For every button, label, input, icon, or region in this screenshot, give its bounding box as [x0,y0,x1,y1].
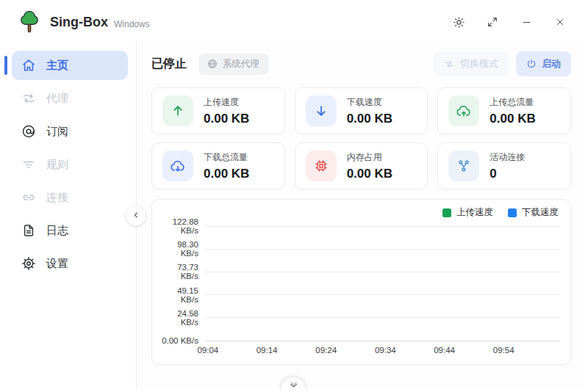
stat-card-total-upload: 上传总流量 0.00 KB [437,87,571,134]
stat-card-upload-speed: 上传速度 0.00 KB [151,87,285,134]
at-sign-icon [21,124,36,139]
theme-toggle-button[interactable] [442,10,476,34]
sidebar-item-logs[interactable]: 日志 [12,216,128,245]
x-axis-tick: 09:34 [375,346,396,355]
stat-value: 0.00 KB [347,167,392,181]
sun-icon [453,16,465,29]
sidebar: 主页 代理 订阅 [2,40,137,389]
stat-value: 0.00 KB [204,112,249,126]
sidebar-item-label: 订阅 [46,125,68,139]
filter-lines-icon [21,157,36,172]
y-axis-tick: 98.30 KB/s [158,240,205,258]
gridline-row: 98.30 KB/s [158,240,560,258]
stat-value: 0.00 KB [347,112,392,126]
fullscreen-button[interactable] [476,10,509,34]
y-axis-tick: 122.88 KB/s [158,217,205,235]
y-axis-tick: 49.15 KB/s [158,286,205,304]
power-icon [526,59,537,69]
cloud-download-icon [162,150,193,181]
stat-label: 活动连接 [490,151,525,164]
swap-arrows-icon [444,59,455,70]
window-controls [442,10,577,34]
gridline-row: 73.73 KB/s [158,263,560,280]
stat-label: 下载速度 [347,96,392,109]
network-branch-icon [448,150,479,181]
stat-label: 上传总流量 [490,96,535,109]
gridline [205,226,560,227]
close-icon [555,17,565,27]
switch-mode-label: 切换模式 [460,57,498,70]
globe-icon [207,59,218,69]
x-axis-tick: 09:14 [257,346,278,355]
app-body: 主页 代理 订阅 [2,40,584,389]
close-button[interactable] [543,10,577,34]
chevron-down-icon [289,380,298,389]
stat-card-download-speed: 下载速度 0.00 KB [295,87,429,134]
gridline [205,294,560,295]
titlebar: Sing-Box Windows [2,4,584,40]
sidebar-item-rules[interactable]: 规则 [12,150,128,179]
x-axis-tick: 09:44 [434,346,455,355]
gridline-row: 24.58 KB/s [158,309,560,327]
minimize-button[interactable] [509,10,543,34]
system-proxy-label: 系统代理 [223,58,259,70]
start-button[interactable]: 启动 [516,51,571,76]
sidebar-collapse-button[interactable] [126,206,146,225]
sidebar-item-label: 连接 [46,191,68,205]
app-subtitle: Windows [114,19,150,29]
upload-legend-swatch [442,208,451,217]
sidebar-item-label: 主页 [46,59,68,73]
gridline-row: 49.15 KB/s [158,286,560,304]
stat-value: 0 [490,167,525,181]
sidebar-item-home[interactable]: 主页 [12,51,128,80]
sidebar-item-connections[interactable]: 连接 [12,183,128,212]
home-icon [21,58,36,73]
x-axis-tick: 09:54 [493,346,514,355]
sidebar-item-label: 规则 [46,158,68,172]
swap-arrows-icon [21,91,36,106]
switch-mode-button[interactable]: 切换模式 [434,51,509,76]
sidebar-item-settings[interactable]: 设置 [12,249,128,278]
x-axis-tick: 09:04 [197,346,218,355]
y-axis-tick: 24.58 KB/s [158,309,205,327]
expand-icon [487,16,498,28]
sidebar-item-label: 日志 [46,224,68,238]
x-axis: 09:04 09:14 09:24 09:34 09:44 09:54 [205,341,560,360]
gridline [205,317,560,318]
sidebar-item-proxy[interactable]: 代理 [12,84,128,113]
app-window: Sing-Box Windows [2,4,584,389]
traffic-chart: 上传速度 下载速度 122.88 KB/s 98.30 KB/s [151,199,571,365]
chart-plot-area: 122.88 KB/s 98.30 KB/s 73.73 KB/s 49.15 … [158,226,560,341]
sidebar-item-subscription[interactable]: 订阅 [12,117,128,146]
status-header: 已停止 系统代理 切换模式 [151,51,571,77]
sidebar-item-label: 代理 [46,92,68,106]
y-axis-tick: 0.00 KB/s [158,336,205,345]
sidebar-item-label: 设置 [46,257,68,271]
app-title: Sing-Box [50,15,108,30]
system-proxy-badge[interactable]: 系统代理 [198,54,268,75]
stat-value: 0.00 KB [490,112,535,126]
x-axis-tick: 09:24 [315,346,337,355]
cloud-upload-icon [448,95,479,126]
arrow-down-icon [306,95,337,126]
app-logo-tree-icon [18,10,40,35]
stat-card-memory: 内存占用 0.00 KB [295,142,429,189]
stat-label: 下载总流量 [204,151,249,164]
stat-label: 内存占用 [347,151,392,164]
stat-card-total-download: 下载总流量 0.00 KB [151,142,285,189]
document-icon [21,223,36,238]
stat-value: 0.00 KB [204,167,249,181]
chevron-left-icon [132,211,140,222]
gridline [205,272,560,272]
arrow-up-icon [162,95,193,126]
start-label: 启动 [542,57,561,70]
stat-card-active-connections: 活动连接 0 [437,142,571,189]
gridline-row: 122.88 KB/s [158,217,560,235]
link-icon [21,190,36,205]
y-axis-tick: 73.73 KB/s [158,263,205,280]
cpu-icon [306,150,337,181]
connection-status: 已停止 [151,57,187,72]
gear-icon [21,256,36,271]
stat-label: 上传速度 [204,96,249,109]
download-legend-swatch [508,208,517,217]
